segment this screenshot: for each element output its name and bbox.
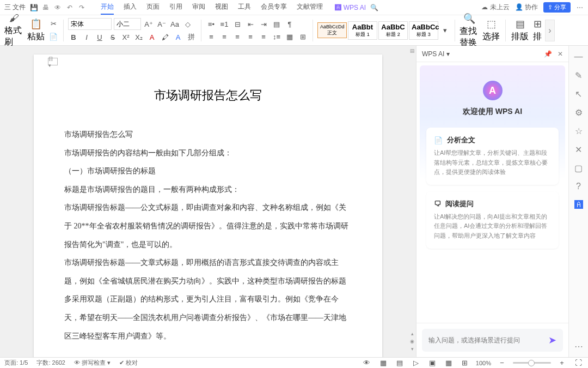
file-menu[interactable]: 三 文件 [4, 3, 26, 12]
change-case-icon[interactable]: Aa [169, 19, 180, 29]
nav-object-icon[interactable]: ◉ [408, 339, 416, 344]
show-marks-icon[interactable]: ¶ [284, 19, 295, 29]
search-icon[interactable]: 🔍 [370, 4, 378, 11]
shading-icon[interactable]: ▦ [284, 31, 295, 42]
collapse-icon[interactable]: — [573, 51, 584, 62]
cut-icon[interactable]: ✂ [48, 19, 59, 29]
font-family-select[interactable] [68, 18, 112, 30]
zoom-level[interactable]: 100% [476, 360, 491, 366]
tab-page[interactable]: 页面 [146, 0, 160, 15]
sort-icon[interactable]: ▤ [271, 19, 282, 29]
zoom-slider[interactable] [513, 362, 551, 364]
phonetic-icon[interactable]: 拼 [186, 32, 197, 43]
superscript-icon[interactable]: X² [120, 32, 131, 43]
extra-button[interactable]: ⊞排 [532, 18, 543, 43]
save-icon[interactable]: 💾 [30, 4, 38, 11]
pin-icon[interactable]: 📌 [544, 50, 552, 58]
print-icon[interactable]: 🖶 [42, 4, 50, 11]
tab-tools[interactable]: 工具 [238, 0, 251, 15]
view-eye-icon[interactable]: 👁 [362, 358, 372, 369]
view-read-icon[interactable]: ▣ [427, 358, 438, 369]
view-print-icon[interactable]: ▦ [378, 358, 389, 369]
cursor-icon[interactable]: ↖ [573, 88, 584, 99]
borders-icon[interactable]: ⊞ [297, 31, 308, 42]
align-center-icon[interactable]: ≡ [219, 31, 230, 42]
tab-start[interactable]: 开始 [101, 0, 114, 15]
nav-next-icon[interactable]: ▾ [408, 346, 416, 352]
numbering-icon[interactable]: ≡1 [219, 19, 230, 29]
fullscreen-icon[interactable]: ⛶ [573, 358, 584, 369]
ai-prompt-input[interactable] [428, 336, 548, 344]
nav-up-icon[interactable]: ▤ [408, 48, 416, 53]
tools-icon[interactable]: ✕ [573, 144, 584, 155]
text-effect-icon[interactable]: A [173, 32, 183, 43]
font-size-select[interactable] [114, 18, 141, 30]
line-spacing-icon[interactable]: ↕≡ [271, 31, 282, 42]
proofread-toggle[interactable]: ✔ 校对 [119, 359, 138, 367]
tab-refs[interactable]: 文献管理 [297, 0, 323, 15]
italic-icon[interactable]: I [81, 32, 92, 43]
ribbon-scroll-right[interactable]: › [545, 20, 555, 41]
book-icon[interactable]: ▢ [573, 162, 584, 173]
help-icon[interactable]: ? [573, 181, 584, 192]
pencil-icon[interactable]: ✎ [573, 70, 584, 81]
subscript-icon[interactable]: X₂ [133, 32, 144, 43]
zoom-in-icon[interactable]: + [556, 358, 567, 369]
ai-sidebar-icon[interactable]: 🅰 [573, 200, 584, 210]
align-justify-icon[interactable]: ≡ [245, 31, 256, 42]
underline-icon[interactable]: U [94, 32, 105, 43]
decrease-indent-icon[interactable]: ⇤ [245, 19, 256, 29]
more-icon[interactable]: ⋯ [576, 4, 584, 11]
bold-icon[interactable]: B [68, 32, 79, 43]
style-more-icon[interactable]: ▾ [439, 25, 450, 36]
collab-button[interactable]: 👤 协作 [515, 3, 538, 12]
multilevel-icon[interactable]: ⊟ [232, 19, 243, 29]
tab-view[interactable]: 视图 [215, 0, 228, 15]
share-button[interactable]: ⇪ 分享 [543, 2, 571, 13]
style-heading3[interactable]: AaBbCc标题 3 [409, 21, 438, 40]
find-replace-button[interactable]: 🔍查找替换 [460, 13, 479, 49]
highlight-icon[interactable]: 🖍 [160, 32, 170, 43]
view-focus-icon[interactable]: ▦ [443, 358, 454, 369]
send-icon[interactable]: ➤ [548, 334, 556, 346]
select-button[interactable]: ⬚选择 [481, 18, 501, 43]
page-indicator[interactable]: 页面: 1/5 [4, 359, 28, 367]
decrease-font-icon[interactable]: A⁻ [156, 19, 167, 29]
strike-icon[interactable]: S̶ [107, 32, 118, 43]
star-icon[interactable]: ☆ [573, 125, 584, 136]
wps-ai-menu[interactable]: 🅰 WPS AI [335, 4, 366, 11]
style-heading1[interactable]: AaBbt标题 1 [348, 21, 377, 40]
ai-card-qa[interactable]: 🗨阅读提问 让AI解决您的问题，向AI提出和文章相关的任意问题，AI会通过文章的… [426, 191, 559, 249]
view-split-icon[interactable]: ⊞ [460, 358, 470, 369]
align-distribute-icon[interactable]: ≡ [258, 31, 269, 42]
cloud-status[interactable]: ☁ 未上云 [481, 3, 509, 12]
document-page[interactable]: 市场调研报告怎么写 市场调研报告怎么写 市场调研报告的内容结构一般由如下几部分组… [34, 55, 382, 357]
increase-indent-icon[interactable]: ⇥ [258, 19, 269, 29]
settings-icon[interactable]: ⚙ [573, 107, 584, 118]
format-painter-button[interactable]: 🖌格式刷 [4, 13, 24, 48]
tab-reference[interactable]: 引用 [169, 0, 182, 15]
paste-button[interactable]: 📋粘贴 [26, 18, 46, 43]
bullets-icon[interactable]: ≡• [206, 19, 217, 29]
clear-format-icon[interactable]: ◇ [182, 19, 193, 29]
preview-icon[interactable]: 👁 [54, 4, 62, 11]
style-normal[interactable]: AaBbCcDd正文 [317, 22, 347, 38]
nav-prev-icon[interactable]: ▴ [408, 331, 416, 336]
zoom-out-icon[interactable]: − [497, 358, 507, 369]
align-right-icon[interactable]: ≡ [232, 31, 243, 42]
margin-handle[interactable]: 目 ▾ [48, 58, 58, 65]
layout-button[interactable]: ▤排版 [510, 18, 530, 43]
copy-icon[interactable]: 📄 [48, 32, 59, 43]
more-sidebar-icon[interactable]: ⋯ [573, 341, 584, 352]
view-outline-icon[interactable]: ▷ [411, 358, 421, 369]
spellcheck-toggle[interactable]: 👁 拼写检查 ▾ [74, 359, 111, 367]
style-heading2[interactable]: AaBbC标题 2 [378, 21, 408, 40]
view-web-icon[interactable]: ▤ [394, 358, 405, 369]
tab-review[interactable]: 审阅 [192, 0, 205, 15]
font-color-icon[interactable]: A [146, 32, 157, 43]
word-count[interactable]: 字数: 2602 [36, 359, 65, 367]
align-left-icon[interactable]: ≡ [206, 31, 217, 42]
close-icon[interactable]: ✕ [558, 50, 563, 58]
undo-icon[interactable]: ↶ [66, 4, 74, 11]
redo-icon[interactable]: ↷ [78, 4, 85, 11]
